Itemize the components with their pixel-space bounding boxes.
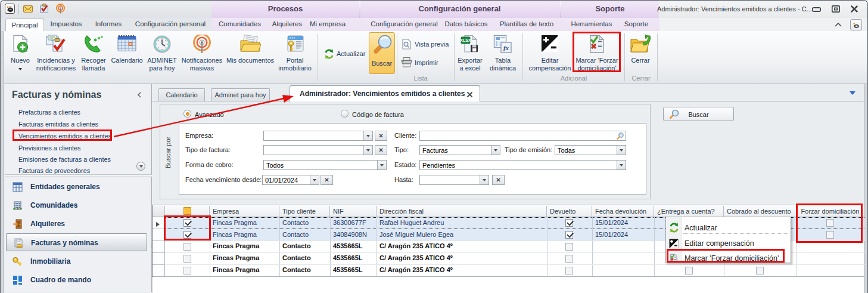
svg-text:fx: fx [503,44,509,51]
svg-text:XLSX: XLSX [461,38,471,42]
